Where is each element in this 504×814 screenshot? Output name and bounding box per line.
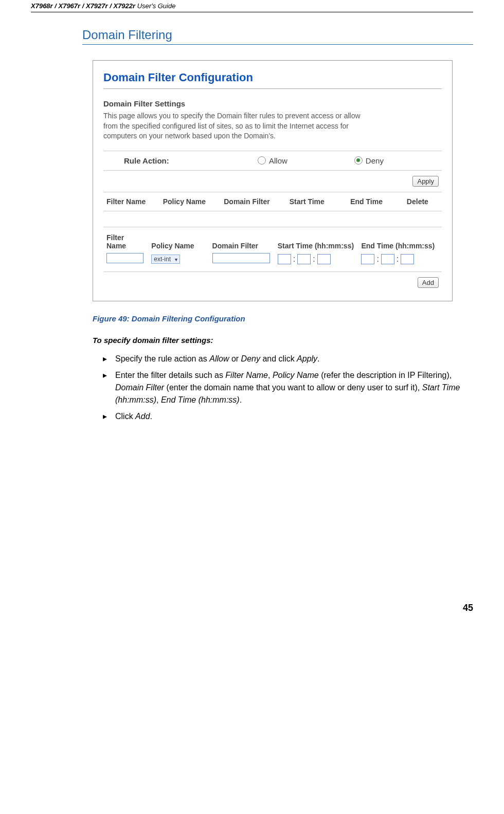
list-item: Click Add. <box>105 410 473 423</box>
end-mm-input[interactable] <box>381 254 394 264</box>
radio-deny-label: Deny <box>366 156 384 165</box>
domain-filter-input[interactable] <box>212 253 270 263</box>
figure-caption: Figure 49: Domain Filtering Configuratio… <box>93 314 473 323</box>
policy-name-select[interactable]: ext-int ▾ <box>151 255 180 264</box>
empty-table-body <box>103 211 442 227</box>
apply-button[interactable]: Apply <box>412 176 439 187</box>
list-item: Specify the rule action as Allow or Deny… <box>105 353 473 365</box>
th-domain-filter: Domain Filter <box>221 197 286 206</box>
settings-title: Domain Filter Settings <box>103 99 442 108</box>
ih-policy-name: Policy Name <box>148 242 209 250</box>
start-hh-input[interactable] <box>278 254 291 264</box>
end-ss-input[interactable] <box>401 254 414 264</box>
config-title: Domain Filter Configuration <box>103 71 442 89</box>
page-number: 45 <box>0 603 504 624</box>
ih-domain-filter: Domain Filter <box>209 242 275 250</box>
chevron-down-icon: ▾ <box>175 257 177 262</box>
radio-icon <box>258 156 266 165</box>
start-mm-input[interactable] <box>297 254 311 264</box>
rule-action-row: Rule Action: Allow Deny <box>103 151 442 171</box>
th-filter-name: Filter Name <box>103 197 160 206</box>
th-delete: Delete <box>404 197 442 206</box>
input-row: ext-int ▾ : : : : <box>103 253 442 272</box>
th-policy-name: Policy Name <box>160 197 221 206</box>
input-headers: Filter Name Policy Name Domain Filter St… <box>103 227 442 253</box>
header-guide: User's Guide <box>135 2 175 10</box>
ih-end-time: End Time (hh:mm:ss) <box>358 242 442 250</box>
rule-action-label: Rule Action: <box>103 156 258 165</box>
header-models: X7968r / X7967r / X7927r / X7922r <box>31 2 135 10</box>
end-hh-input[interactable] <box>361 254 374 264</box>
time-colon: : <box>397 255 399 264</box>
ih-filter-name: Filter Name <box>103 233 148 250</box>
radio-deny[interactable]: Deny <box>354 156 384 165</box>
list-item: Enter the filter details such as Filter … <box>105 369 473 406</box>
section-title: Domain Filtering <box>82 28 473 45</box>
add-button[interactable]: Add <box>418 277 439 288</box>
time-colon: : <box>313 255 315 264</box>
ih-start-time: Start Time (hh:mm:ss) <box>275 242 358 250</box>
start-ss-input[interactable] <box>317 254 331 264</box>
radio-allow[interactable]: Allow <box>258 156 287 165</box>
th-end-time: End Time <box>347 197 404 206</box>
filter-name-input[interactable] <box>106 253 143 263</box>
instructions-title: To specify domain filter settings: <box>93 336 473 345</box>
instructions-list: Specify the rule action as Allow or Deny… <box>93 353 473 423</box>
settings-description: This page allows you to specify the Doma… <box>103 111 371 141</box>
time-colon: : <box>376 255 379 264</box>
filter-table-header: Filter Name Policy Name Domain Filter St… <box>103 192 442 211</box>
radio-icon <box>354 156 363 165</box>
page-header: X7968r / X7967r / X7927r / X7922r User's… <box>31 0 473 12</box>
th-start-time: Start Time <box>286 197 348 206</box>
select-value: ext-int <box>154 256 171 263</box>
config-screenshot: Domain Filter Configuration Domain Filte… <box>93 60 453 301</box>
radio-allow-label: Allow <box>269 156 287 165</box>
time-colon: : <box>293 255 295 264</box>
